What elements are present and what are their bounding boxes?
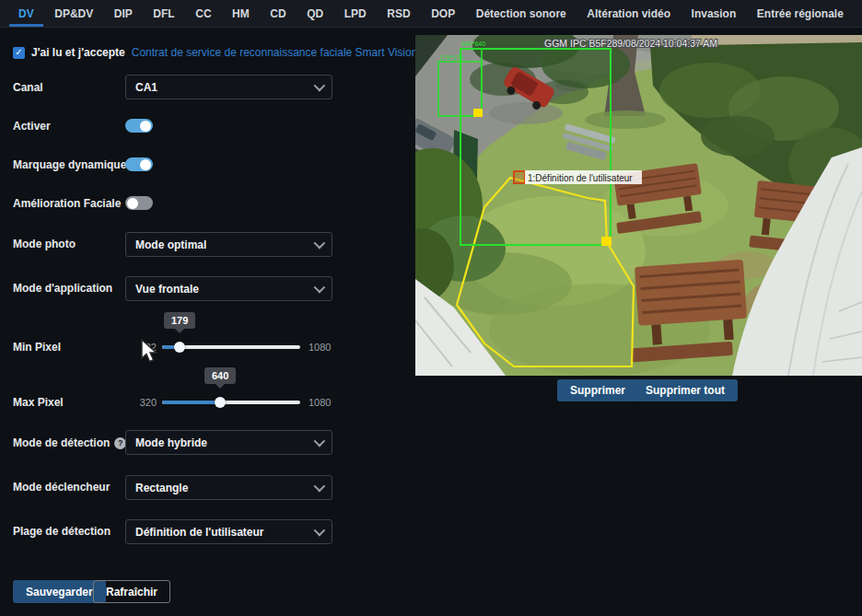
plage-detection-select[interactable]: Définition de l'utilisateur (125, 519, 332, 544)
mode-application-select-value: Vue frontale (135, 283, 199, 296)
mode-declencheur-label: Mode déclencheur (13, 481, 110, 494)
amelioration-faciale-label: Amélioration Faciale (13, 197, 121, 210)
camera-preview[interactable]: 640*640 179*179 1:Définition de l'utilis… (415, 35, 862, 376)
canal-select-value: CA1 (135, 81, 157, 94)
max-pixel-range-max: 1080 (300, 397, 331, 408)
mode-declencheur-select[interactable]: Rectangle (125, 475, 332, 500)
max-pixel-tooltip: 640 (204, 367, 236, 384)
min-pixel-slider-row: 32 1080 (125, 340, 346, 354)
slider-fill (162, 401, 220, 404)
max-pixel-label: Max Pixel (13, 396, 64, 409)
tab-dip[interactable]: DIP (105, 0, 142, 27)
refresh-button[interactable]: Rafraîchir (93, 580, 170, 603)
camera-timestamp: GGM IPC B5F289/08/2024 10:04:37 AM (544, 38, 717, 49)
mode-detection-label-text: Mode de détection (13, 436, 110, 449)
tab-detection-sonore[interactable]: Détection sonore (467, 0, 576, 27)
marquage-dynamique-label: Marquage dynamique (13, 158, 126, 171)
mode-detection-select[interactable]: Mode hybride (125, 430, 332, 455)
tab-cc[interactable]: CC (186, 0, 220, 27)
tab-dfl[interactable]: DFL (144, 0, 183, 27)
activer-label: Activer (13, 120, 51, 133)
top-nav-bar: DV DP&DV DIP DFL CC HM CD QD LPD RSD DOP… (0, 0, 862, 28)
delete-button[interactable]: Supprimer (557, 379, 638, 401)
canal-select[interactable]: CA1 (125, 75, 332, 99)
mode-photo-select[interactable]: Mode optimal (125, 232, 332, 257)
tab-invasion[interactable]: Invasion (682, 0, 746, 27)
mode-photo-select-value: Mode optimal (135, 238, 206, 251)
chevron-down-icon (314, 481, 326, 493)
tab-alteration-video[interactable]: Altération vidéo (577, 0, 680, 27)
max-pixel-slider-thumb[interactable] (215, 397, 226, 408)
mode-application-label: Mode d'application (13, 282, 112, 295)
service-agreement-row: ✓ J'ai lu et j'accepte Contrat de servic… (13, 46, 417, 59)
resize-handle[interactable] (473, 109, 483, 117)
delete-all-button[interactable]: Supprimer tout (633, 379, 738, 401)
toggle-knob (140, 159, 151, 170)
tab-cd[interactable]: CD (261, 0, 295, 27)
min-pixel-slider-thumb[interactable] (174, 342, 185, 353)
max-pixel-slider[interactable] (162, 401, 300, 404)
tab-dpdv[interactable]: DP&DV (45, 0, 102, 27)
mode-detection-select-value: Mode hybride (135, 436, 207, 449)
mode-declencheur-select-value: Rectangle (135, 482, 188, 494)
camera-scene: 640*640 179*179 1:Définition de l'utilis… (415, 35, 862, 376)
min-pixel-range-min: 32 (125, 342, 162, 353)
min-pixel-tooltip: 179 (164, 312, 195, 329)
agreement-contract-link[interactable]: Contrat de service de reconnaissance fac… (132, 46, 418, 59)
max-pixel-range-min: 320 (125, 397, 162, 408)
mode-application-select[interactable]: Vue frontale (125, 276, 332, 301)
save-button[interactable]: Sauvegarder (13, 580, 106, 603)
tab-dv[interactable]: DV (9, 0, 43, 27)
activer-toggle[interactable] (125, 119, 153, 133)
tab-entree-regionale[interactable]: Entrée régionale (748, 0, 853, 27)
tab-rsd[interactable]: RSD (378, 0, 419, 27)
chevron-down-icon (314, 525, 326, 537)
chevron-down-icon (314, 436, 326, 447)
mode-detection-label: Mode de détection ? (13, 436, 126, 449)
min-pixel-label: Min Pixel (13, 341, 61, 354)
tab-dop[interactable]: DOP (422, 0, 464, 27)
chevron-down-icon (314, 282, 326, 294)
plage-detection-label: Plage de détection (13, 525, 111, 538)
toggle-knob (140, 121, 151, 132)
toggle-knob (127, 198, 138, 209)
chevron-down-icon (314, 80, 326, 92)
marquage-dynamique-toggle[interactable] (125, 157, 153, 171)
max-pixel-slider-row: 320 1080 (125, 395, 346, 410)
min-pixel-range-max: 1080 (300, 342, 331, 353)
region-label: 1:Définition de l'utilisateur (528, 173, 633, 183)
region-marker-icon (514, 171, 525, 183)
canal-label: Canal (13, 81, 43, 94)
agreement-checkbox[interactable]: ✓ (13, 47, 25, 59)
min-box-label: 179*179 (439, 54, 463, 61)
mode-photo-label: Mode photo (13, 238, 76, 250)
chevron-down-icon (314, 238, 326, 250)
tab-lpd[interactable]: LPD (335, 0, 376, 27)
min-pixel-slider[interactable] (162, 345, 300, 349)
tab-qd[interactable]: QD (297, 0, 332, 27)
agreement-label: J'ai lu et j'accepte (31, 46, 125, 59)
amelioration-faciale-toggle[interactable] (125, 196, 153, 210)
resize-handle[interactable] (601, 237, 612, 246)
plage-detection-select-value: Définition de l'utilisateur (135, 526, 264, 539)
max-box-label: 640*640 (461, 41, 485, 47)
tab-hm[interactable]: HM (223, 0, 259, 27)
